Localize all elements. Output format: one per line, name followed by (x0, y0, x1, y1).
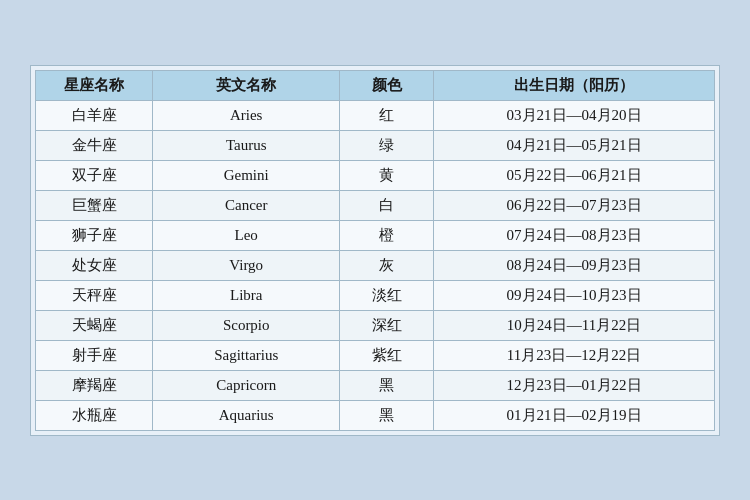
table-row: 狮子座Leo橙07月24日—08月23日 (36, 220, 715, 250)
cell-date: 08月24日—09月23日 (434, 250, 715, 280)
cell-color: 黄 (340, 160, 434, 190)
cell-date: 03月21日—04月20日 (434, 100, 715, 130)
table-row: 处女座Virgo灰08月24日—09月23日 (36, 250, 715, 280)
cell-zh-name: 巨蟹座 (36, 190, 153, 220)
cell-color: 黑 (340, 400, 434, 430)
table-row: 天秤座Libra淡红09月24日—10月23日 (36, 280, 715, 310)
cell-zh-name: 水瓶座 (36, 400, 153, 430)
cell-en-name: Leo (153, 220, 340, 250)
cell-date: 10月24日—11月22日 (434, 310, 715, 340)
cell-zh-name: 摩羯座 (36, 370, 153, 400)
cell-en-name: Taurus (153, 130, 340, 160)
header-date: 出生日期（阳历） (434, 70, 715, 100)
cell-date: 09月24日—10月23日 (434, 280, 715, 310)
table-row: 巨蟹座Cancer白06月22日—07月23日 (36, 190, 715, 220)
cell-color: 黑 (340, 370, 434, 400)
cell-date: 12月23日—01月22日 (434, 370, 715, 400)
cell-zh-name: 处女座 (36, 250, 153, 280)
cell-en-name: Scorpio (153, 310, 340, 340)
table-row: 摩羯座Capricorn黑12月23日—01月22日 (36, 370, 715, 400)
cell-en-name: Cancer (153, 190, 340, 220)
cell-color: 深红 (340, 310, 434, 340)
cell-en-name: Gemini (153, 160, 340, 190)
table-row: 金牛座Taurus绿04月21日—05月21日 (36, 130, 715, 160)
cell-date: 01月21日—02月19日 (434, 400, 715, 430)
table-row: 天蝎座Scorpio深红10月24日—11月22日 (36, 310, 715, 340)
zodiac-table-container: 星座名称 英文名称 颜色 出生日期（阳历） 白羊座Aries红03月21日—04… (30, 65, 720, 436)
header-en-name: 英文名称 (153, 70, 340, 100)
cell-date: 06月22日—07月23日 (434, 190, 715, 220)
cell-zh-name: 天秤座 (36, 280, 153, 310)
cell-color: 橙 (340, 220, 434, 250)
header-color: 颜色 (340, 70, 434, 100)
cell-en-name: Capricorn (153, 370, 340, 400)
cell-zh-name: 射手座 (36, 340, 153, 370)
table-row: 白羊座Aries红03月21日—04月20日 (36, 100, 715, 130)
table-header-row: 星座名称 英文名称 颜色 出生日期（阳历） (36, 70, 715, 100)
cell-color: 红 (340, 100, 434, 130)
cell-date: 07月24日—08月23日 (434, 220, 715, 250)
cell-color: 紫红 (340, 340, 434, 370)
cell-en-name: Libra (153, 280, 340, 310)
table-row: 射手座Sagittarius紫红11月23日—12月22日 (36, 340, 715, 370)
cell-date: 04月21日—05月21日 (434, 130, 715, 160)
table-row: 水瓶座Aquarius黑01月21日—02月19日 (36, 400, 715, 430)
zodiac-table: 星座名称 英文名称 颜色 出生日期（阳历） 白羊座Aries红03月21日—04… (35, 70, 715, 431)
table-body: 白羊座Aries红03月21日—04月20日金牛座Taurus绿04月21日—0… (36, 100, 715, 430)
cell-en-name: Aries (153, 100, 340, 130)
cell-zh-name: 天蝎座 (36, 310, 153, 340)
cell-color: 淡红 (340, 280, 434, 310)
cell-color: 绿 (340, 130, 434, 160)
cell-date: 11月23日—12月22日 (434, 340, 715, 370)
cell-color: 白 (340, 190, 434, 220)
cell-zh-name: 白羊座 (36, 100, 153, 130)
cell-zh-name: 狮子座 (36, 220, 153, 250)
cell-date: 05月22日—06月21日 (434, 160, 715, 190)
cell-color: 灰 (340, 250, 434, 280)
table-row: 双子座Gemini黄05月22日—06月21日 (36, 160, 715, 190)
cell-zh-name: 金牛座 (36, 130, 153, 160)
cell-zh-name: 双子座 (36, 160, 153, 190)
cell-en-name: Aquarius (153, 400, 340, 430)
header-zh-name: 星座名称 (36, 70, 153, 100)
cell-en-name: Virgo (153, 250, 340, 280)
cell-en-name: Sagittarius (153, 340, 340, 370)
